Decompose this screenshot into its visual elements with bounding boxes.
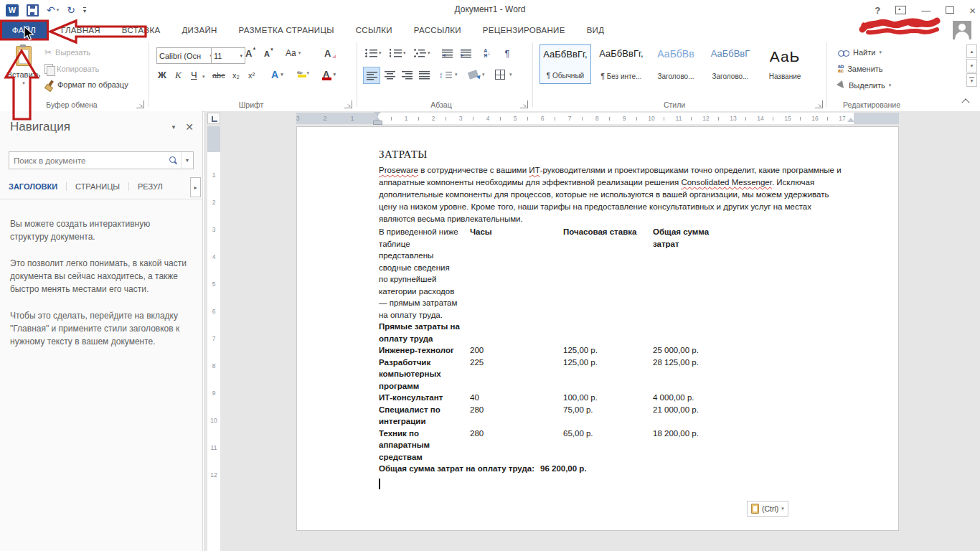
document-search-box[interactable]: ▼	[9, 151, 194, 169]
tab-selector[interactable]	[207, 113, 220, 124]
tab-design[interactable]: ДИЗАЙН	[171, 26, 228, 34]
styles-scroll-up-button[interactable]: ▴	[966, 44, 977, 58]
find-button[interactable]: Найти▾	[838, 45, 882, 60]
strikethrough-button[interactable]: abc	[212, 71, 225, 80]
decrease-indent-button[interactable]: ◂	[439, 45, 455, 61]
account-avatar[interactable]	[953, 21, 971, 39]
help-button[interactable]: ?	[875, 6, 880, 15]
ribbon-display-options-button[interactable]	[895, 6, 906, 14]
styles-more-button[interactable]: ▾	[966, 73, 977, 87]
restore-button[interactable]	[946, 6, 954, 14]
style-heading1[interactable]: АаБбВвЗаголово...	[650, 44, 702, 84]
cut-button[interactable]: ✂Вырезать	[44, 45, 90, 60]
replace-button[interactable]: abacЗаменить	[838, 62, 883, 76]
underline-button[interactable]: Ч	[191, 70, 197, 80]
numbering-button[interactable]	[387, 45, 403, 61]
chevron-down-icon[interactable]: ▾	[333, 72, 336, 77]
show-marks-button[interactable]: ¶	[499, 45, 515, 61]
shading-button[interactable]	[465, 67, 481, 83]
chevron-down-icon[interactable]: ▾	[889, 83, 892, 88]
borders-button[interactable]	[492, 67, 508, 83]
nav-tab-headings[interactable]: ЗАГОЛОВКИ	[9, 182, 67, 191]
styles-scroll-down-button[interactable]: ▾	[966, 59, 977, 72]
increase-indent-button[interactable]: ▸	[458, 45, 473, 61]
copy-button[interactable]: Копировать	[44, 62, 99, 76]
indent-marker[interactable]	[374, 112, 382, 125]
chevron-down-icon[interactable]: ▾	[403, 50, 406, 56]
align-right-button[interactable]	[399, 67, 415, 83]
chevron-down-icon[interactable]: ▾	[379, 50, 382, 56]
paragraph-dialog-launcher[interactable]	[520, 100, 528, 108]
style-no-spacing[interactable]: АаБбВвГг,¶ Без инте...	[595, 44, 647, 84]
bold-button[interactable]: Ж	[158, 70, 166, 80]
tab-view[interactable]: ВИД	[576, 26, 616, 34]
chevron-down-icon[interactable]: ▾	[455, 72, 458, 77]
nav-tab-results[interactable]: РЕЗУЛ	[138, 182, 171, 191]
style-title[interactable]: АаЬНазвание	[759, 44, 811, 84]
underline-dropdown-icon[interactable]: ▾	[202, 74, 205, 80]
font-name-combo[interactable]: Calibri (Осн▾	[156, 47, 215, 64]
chevron-down-icon[interactable]: ▾	[306, 70, 309, 76]
chevron-down-icon[interactable]: ▾	[240, 53, 242, 59]
shrink-font-button[interactable]: А▼	[264, 50, 270, 58]
column-header-rate: Почасовая ставка	[563, 226, 653, 321]
chevron-down-icon[interactable]: ▾	[509, 72, 512, 77]
v-ruler[interactable]: 123456789101112	[207, 126, 220, 551]
align-center-button[interactable]	[382, 67, 397, 83]
select-button[interactable]: Выделить▾	[838, 78, 891, 93]
styles-dialog-launcher[interactable]	[815, 100, 823, 108]
subscript-button[interactable]: x₂	[232, 71, 240, 80]
font-dialog-launcher[interactable]	[344, 100, 352, 108]
table-row-rate: 65,00 р.	[563, 428, 653, 463]
multilevel-list-button[interactable]	[412, 45, 428, 61]
chevron-down-icon[interactable]: ▾	[298, 50, 301, 56]
justify-button[interactable]	[416, 67, 432, 83]
bullets-button[interactable]	[363, 45, 379, 61]
tab-home[interactable]: ГЛАВНАЯ	[50, 26, 111, 34]
change-case-button[interactable]: Aa▾	[286, 48, 301, 58]
tab-page-layout[interactable]: РАЗМЕТКА СТРАНИЦЫ	[228, 26, 345, 34]
chevron-down-icon[interactable]: ▾	[482, 72, 485, 77]
tab-insert[interactable]: ВСТАВКА	[111, 26, 171, 34]
nav-tabs-overflow-button[interactable]: ▸	[190, 177, 201, 197]
tab-references[interactable]: ССЫЛКИ	[345, 26, 403, 34]
clear-formatting-button[interactable]: А	[324, 48, 331, 59]
highlight-button[interactable]: ✎▾	[297, 69, 309, 77]
paste-dropdown-icon[interactable]: ▾	[22, 80, 25, 86]
right-indent-marker[interactable]	[847, 118, 854, 122]
tab-file[interactable]: ФАЙЛ	[0, 20, 48, 39]
align-left-button[interactable]	[363, 67, 380, 84]
superscript-button[interactable]: x²	[248, 71, 255, 80]
h-ruler[interactable]: 3211234567891011121314151617	[296, 113, 899, 124]
search-input[interactable]	[9, 156, 168, 165]
font-size-combo[interactable]: 11▾	[211, 47, 245, 64]
binoculars-icon	[838, 49, 849, 57]
paste-button[interactable]: Вставить ▾	[7, 44, 40, 101]
font-color-button[interactable]: А▾	[323, 69, 336, 80]
style-heading2[interactable]: АаБбВвГЗаголово...	[705, 44, 756, 84]
paste-options-button[interactable]: (Ctrl) ▾	[747, 501, 788, 517]
chevron-down-icon[interactable]: ▾	[879, 50, 882, 55]
close-button[interactable]: ×	[969, 6, 976, 15]
chevron-down-icon[interactable]: ▾	[428, 50, 430, 56]
tab-mailings[interactable]: РАССЫЛКИ	[403, 26, 472, 34]
italic-button[interactable]: К	[175, 70, 182, 81]
navigation-close-icon[interactable]: ✕	[185, 121, 194, 133]
format-painter-button[interactable]: Формат по образцу	[44, 77, 128, 92]
sort-button[interactable]: АЯ↓	[479, 45, 495, 61]
collapse-ribbon-icon[interactable]	[961, 98, 969, 106]
grow-font-button[interactable]: А▲	[245, 48, 252, 59]
search-dropdown-icon[interactable]: ▼	[181, 152, 193, 169]
search-icon[interactable]	[168, 156, 178, 166]
document-page[interactable]: ЗАТРАТЫ Proseware в сотрудничестве с ваш…	[296, 126, 899, 531]
clipboard-dialog-launcher[interactable]	[136, 100, 144, 108]
chevron-down-icon[interactable]: ▾	[281, 72, 283, 77]
style-normal[interactable]: АаБбВвГг,¶ Обычный	[540, 44, 591, 84]
tab-review[interactable]: РЕЦЕНЗИРОВАНИЕ	[472, 26, 576, 34]
text-effects-button[interactable]: А▾	[271, 69, 283, 80]
navigation-options-icon[interactable]: ▼	[171, 124, 176, 131]
minimize-button[interactable]: —	[921, 6, 930, 15]
chevron-down-icon[interactable]: ▾	[781, 506, 784, 512]
nav-tab-pages[interactable]: СТРАНИЦЫ	[75, 182, 129, 191]
line-spacing-button[interactable]	[438, 67, 453, 83]
